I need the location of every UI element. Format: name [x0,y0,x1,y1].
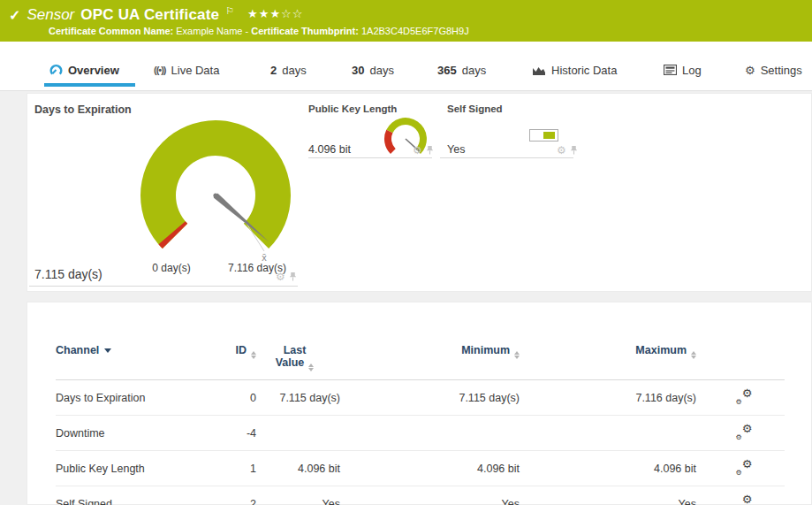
channel-maximum [527,416,703,451]
thumbprint-value: 1A2B3C4D5E6F7G8H9J [361,26,469,36]
table-row: Days to Expiration 0 7.115 day(s) 7.115 … [56,380,785,416]
divider [440,157,573,158]
object-type-label: Sensor [27,6,74,24]
gauge-min-label: 0 day(s) [132,262,211,274]
gear-icon[interactable]: ⚙ [557,145,566,156]
indicator-fill [543,132,555,139]
days-to-expiration-value: 7.115 day(s) [34,267,102,281]
prtg-sensor-page: ✓ Sensor OPC UA Certificate ⚐ ★★★☆☆ Cert… [0,0,812,505]
channel-id: 2 [200,486,256,505]
table-row: Downtime -4 ⚙⚙ [56,416,785,451]
flag-icon: ⚐ [225,5,234,17]
channel-last-value [256,416,340,451]
tab-365-days[interactable]: 365days [437,60,486,80]
public-key-length-gauge [381,116,432,163]
channel-id: 0 [200,380,256,416]
channel-last-value: 7.115 day(s) [256,380,340,416]
status-ok-icon: ✓ [9,7,20,24]
sort-desc-icon [104,348,111,353]
table-header-row: Channel ID Last Value Minimum Maximum [56,302,785,380]
channel-quick-actions[interactable]: ⚙ [413,145,434,156]
divider [29,286,298,287]
channel-name: Self Signed [56,486,200,505]
tab-overview[interactable]: Overview [49,60,119,80]
area-chart-icon [532,65,546,76]
channel-maximum: 7.116 day(s) [527,380,703,416]
gear-icon[interactable]: ⚙ [276,272,285,282]
gauge-icon [49,64,63,76]
channel-name: Downtime [56,416,200,451]
edit-channel-icon[interactable]: ⚙⚙ [736,495,753,505]
channel-last-value: Yes [256,486,340,505]
gauges-panel: Days to Expiration x̄ 0 day(s) 7.116 day… [27,93,812,292]
sensor-header: ✓ Sensor OPC UA Certificate ⚐ ★★★☆☆ Cert… [0,0,812,42]
gauge-title-days-to-expiration: Days to Expiration [34,103,132,116]
edit-channel-icon[interactable]: ⚙⚙ [736,389,753,404]
table-row: Self Signed 2 Yes Yes Yes ⚙⚙ [56,486,785,505]
channels-panel: Channel ID Last Value Minimum Maximum [27,302,812,505]
channels-table: Channel ID Last Value Minimum Maximum [56,302,785,505]
column-header-id[interactable]: ID [200,302,256,380]
thumbprint-label: Certificate Thumbprint: [251,26,359,36]
active-tab-indicator [44,83,135,87]
tab-2-days[interactable]: 2days [270,60,307,80]
public-key-length-value: 4.096 bit [308,143,351,156]
channel-minimum: 7.115 day(s) [340,380,527,416]
channel-name: Days to Expiration [56,380,200,416]
gauge-title-self-signed: Self Signed [447,103,503,114]
channel-last-value: 4.096 bit [256,451,340,486]
column-header-channel[interactable]: Channel [56,302,200,380]
days-to-expiration-gauge: x̄ [132,119,300,267]
divider [308,157,432,158]
tab-live-data[interactable]: ((•)) Live Data [154,60,219,80]
channel-minimum: 4.096 bit [340,451,527,486]
sort-icons [251,351,256,359]
edit-channel-icon[interactable]: ⚙⚙ [736,460,753,475]
channel-minimum: Yes [340,486,527,505]
channel-quick-actions[interactable]: ⚙ [276,272,297,282]
common-name-value: Example Name [176,26,242,36]
column-header-minimum[interactable]: Minimum [340,302,527,380]
column-header-last-value[interactable]: Last Value [256,302,340,380]
broadcast-icon: ((•)) [154,65,166,75]
channel-maximum: 4.096 bit [527,451,703,486]
channel-id: -4 [200,416,256,451]
pin-icon[interactable] [289,272,297,282]
sort-icons [514,351,520,359]
log-list-icon [664,65,677,75]
common-name-label: Certificate Common Name: [49,26,173,36]
tab-bar: Overview ((•)) Live Data 2days 30days 36… [0,42,812,91]
gauge-red-zone [384,130,396,154]
channel-maximum: Yes [527,486,703,505]
sensor-title: OPC UA Certificate [80,6,219,24]
gauge-title-public-key-length: Public Key Length [308,103,397,114]
tab-settings[interactable]: ⚙ Settings [745,60,802,80]
channel-quick-actions[interactable]: ⚙ [557,145,578,156]
sensor-message: Certificate Common Name: Example Name - … [49,26,469,36]
gear-icon: ⚙ [745,64,755,77]
pin-icon[interactable] [426,145,434,156]
tab-historic-data[interactable]: Historic Data [532,60,617,80]
table-row: Public Key Length 1 4.096 bit 4.096 bit … [56,451,785,486]
channel-minimum [340,416,527,451]
sort-icons [308,363,314,371]
tab-log[interactable]: Log [664,60,702,80]
pin-icon[interactable] [570,145,578,156]
column-header-actions [703,302,785,380]
gear-icon[interactable]: ⚙ [413,145,422,156]
channel-name: Public Key Length [56,451,200,486]
self-signed-indicator [529,129,558,142]
sort-icons [691,351,696,359]
edit-channel-icon[interactable]: ⚙⚙ [736,425,753,440]
channel-id: 1 [200,451,256,486]
column-header-maximum[interactable]: Maximum [527,302,703,380]
tab-30-days[interactable]: 30days [352,60,394,80]
self-signed-value: Yes [447,143,465,156]
priority-stars[interactable]: ★★★☆☆ [247,7,303,20]
